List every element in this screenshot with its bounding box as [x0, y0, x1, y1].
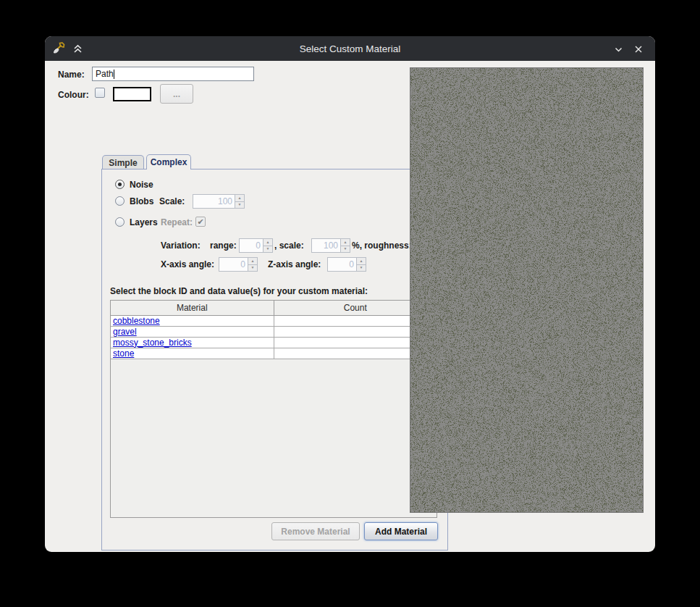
material-link[interactable]: mossy_stone_bricks	[113, 338, 192, 348]
material-link[interactable]: cobblestone	[113, 316, 160, 326]
material-link[interactable]: stone	[113, 348, 134, 359]
variation-scale-spinner[interactable]: 100 ▲▼	[311, 238, 350, 253]
chevron-down-icon[interactable]	[612, 43, 625, 56]
table-row[interactable]: gravel 3	[111, 326, 437, 337]
x-axis-angle-value: 0	[219, 257, 248, 272]
noise-radio[interactable]	[115, 180, 125, 189]
layers-radio[interactable]	[115, 217, 125, 227]
spinner-up-icon[interactable]: ▲	[341, 238, 350, 246]
tab-simple[interactable]: Simple	[102, 155, 144, 169]
colour-checkbox[interactable]	[95, 88, 105, 98]
blobs-label: Blobs	[130, 196, 153, 206]
z-axis-angle-value: 0	[327, 257, 357, 272]
colour-swatch	[113, 87, 151, 101]
roughness-label: %, roughness:	[352, 240, 412, 251]
shovel-icon	[52, 42, 65, 55]
colour-label: Colour:	[58, 90, 89, 100]
repeat-checkbox[interactable]: ✔	[195, 217, 206, 227]
variation-scale-spinner-value: 100	[311, 238, 341, 253]
material-link[interactable]: gravel	[113, 327, 137, 337]
table-header-row: Material Count	[111, 301, 437, 315]
chevrons-up-icon[interactable]	[71, 42, 84, 55]
colour-browse-button[interactable]: ...	[160, 84, 193, 104]
spinner-down-icon[interactable]: ▼	[235, 201, 245, 209]
spinner-down-icon[interactable]: ▼	[341, 246, 350, 254]
materials-instruction: Select the block ID and data value(s) fo…	[110, 286, 368, 296]
name-input-value: Path	[96, 69, 114, 79]
close-icon[interactable]	[632, 43, 645, 56]
materials-table-scrollpane[interactable]: Material Count cobblestone 3 gravel 3 mo…	[110, 300, 437, 518]
spinner-up-icon[interactable]: ▲	[263, 238, 273, 246]
spinner-down-icon[interactable]: ▼	[248, 264, 258, 272]
table-row[interactable]: cobblestone 3	[111, 315, 437, 326]
dialog-title: Select Custom Material	[45, 43, 655, 54]
noise-label: Noise	[130, 180, 153, 190]
scale-spinner[interactable]: 100 ▲▼	[193, 194, 245, 209]
name-label: Name:	[58, 70, 85, 80]
spinner-down-icon[interactable]: ▼	[357, 264, 366, 272]
blobs-radio[interactable]	[115, 196, 125, 206]
table-row[interactable]: mossy_stone_bricks 1	[111, 337, 437, 348]
table-row[interactable]: stone 2	[111, 348, 437, 359]
range-spinner[interactable]: 0 ▲▼	[239, 238, 273, 253]
range-label: range:	[210, 240, 237, 251]
variation-scale-label: , scale:	[274, 240, 304, 251]
select-custom-material-dialog: Select Custom Material Name: Path Colour…	[45, 36, 655, 552]
add-material-button[interactable]: Add Material	[364, 522, 438, 540]
noise-preview-canvas	[410, 68, 643, 512]
materials-table: Material Count cobblestone 3 gravel 3 mo…	[111, 301, 437, 359]
layers-label: Layers	[130, 217, 158, 227]
spinner-down-icon[interactable]: ▼	[263, 246, 273, 254]
spinner-up-icon[interactable]: ▲	[357, 257, 366, 264]
repeat-label: Repeat:	[161, 217, 193, 227]
material-preview	[410, 67, 644, 513]
z-axis-angle-label: Z-axis angle:	[268, 259, 321, 269]
spinner-up-icon[interactable]: ▲	[235, 194, 245, 201]
x-axis-angle-spinner[interactable]: 0 ▲▼	[219, 257, 258, 272]
x-axis-angle-label: X-axis angle:	[161, 259, 214, 269]
variation-label: Variation:	[161, 240, 201, 251]
range-spinner-value: 0	[239, 238, 263, 253]
text-caret	[114, 70, 114, 79]
tab-complex[interactable]: Complex	[146, 154, 191, 169]
scale-spinner-value: 100	[193, 194, 235, 209]
column-header-material[interactable]: Material	[111, 301, 274, 315]
name-input[interactable]: Path	[92, 67, 254, 81]
remove-material-button[interactable]: Remove Material	[271, 522, 360, 540]
scale-label: Scale:	[159, 196, 185, 206]
titlebar[interactable]: Select Custom Material	[45, 36, 655, 61]
spinner-up-icon[interactable]: ▲	[248, 257, 258, 264]
z-axis-angle-spinner[interactable]: 0 ▲▼	[327, 257, 366, 272]
